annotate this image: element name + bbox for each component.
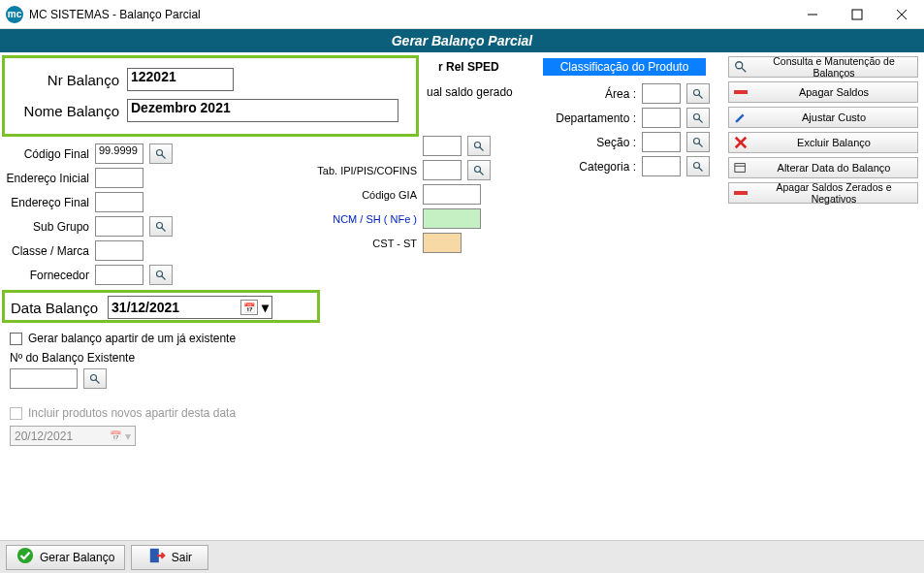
ncm-label: NCM / SH ( NFe ) — [301, 213, 417, 225]
data-incluir-input: 20/12/2021 📅 ▾ — [10, 426, 136, 446]
depto-input[interactable] — [642, 108, 681, 128]
page-header: Gerar Balanço Parcial — [0, 29, 924, 52]
area-input[interactable] — [642, 83, 681, 104]
dropdown-icon[interactable]: ▾ — [262, 300, 269, 315]
consulta-button[interactable]: Consulta e Manutenção de Balanços — [728, 56, 918, 78]
tabipi-lookup[interactable] — [467, 160, 491, 180]
svg-line-9 — [162, 275, 166, 279]
nr-balanco-input[interactable]: 122021 — [127, 68, 234, 91]
categoria-lookup[interactable] — [686, 156, 710, 176]
area-lookup[interactable] — [686, 83, 710, 104]
svg-line-23 — [96, 379, 100, 383]
sair-label: Sair — [172, 551, 192, 564]
svg-line-7 — [162, 227, 166, 231]
codigo-final-lookup[interactable] — [149, 143, 173, 164]
delete-x-icon — [733, 135, 749, 150]
zerados-label: Apagar Saldos Zerados e Negativos — [754, 181, 913, 205]
calendar-edit-icon — [733, 160, 749, 175]
svg-line-17 — [699, 118, 703, 122]
categoria-label: Categoria : — [543, 160, 636, 174]
tabipi-input[interactable] — [423, 160, 462, 180]
cst-input[interactable] — [423, 233, 462, 253]
fornecedor-input[interactable] — [95, 265, 143, 285]
ajustar-label: Ajustar Custo — [754, 111, 913, 123]
svg-rect-31 — [734, 191, 748, 195]
categoria-input[interactable] — [642, 156, 681, 176]
fornecedor-lookup[interactable] — [149, 265, 173, 285]
svg-point-32 — [17, 548, 33, 563]
window-title: MC SISTEMAS - Balanço Parcial — [29, 8, 790, 21]
gia-input[interactable] — [423, 184, 481, 205]
end-ini-input[interactable] — [95, 168, 143, 188]
bottom-bar: Gerar Balanço Sair — [0, 540, 924, 573]
form-area: r Rel SPED ual saldo gerado Nr Balanço 1… — [0, 52, 722, 540]
check-icon — [16, 547, 34, 567]
data-balanco-label: Data Balanço — [11, 300, 98, 316]
search-icon — [733, 59, 749, 75]
consulta-label: Consulta e Manutenção de Balanços — [754, 55, 913, 79]
data-balanco-input[interactable]: 31/12/2021 📅 ▾ — [108, 296, 272, 319]
chk-existente-label: Gerar balanço apartir de um já existente — [28, 332, 236, 345]
excluir-balanco-button[interactable]: Excluir Balanço — [728, 132, 918, 153]
minus-icon — [733, 84, 749, 100]
nr-existente-input[interactable] — [10, 368, 78, 389]
gia-label: Código GIA — [301, 189, 417, 201]
ajustar-custo-button[interactable]: Ajustar Custo — [728, 107, 918, 128]
end-fim-input[interactable] — [95, 192, 143, 212]
close-button[interactable] — [879, 0, 924, 28]
titlebar: mc MC SISTEMAS - Balanço Parcial — [0, 0, 924, 29]
calendar-icon[interactable]: 📅 — [240, 300, 258, 315]
maximize-button[interactable] — [835, 0, 879, 28]
mid-blank-lookup[interactable] — [467, 136, 491, 156]
svg-point-16 — [694, 113, 700, 119]
mid-blank-input[interactable] — [423, 136, 462, 156]
secao-input[interactable] — [642, 132, 681, 152]
svg-line-25 — [742, 68, 746, 72]
end-fim-label: Endereço Final — [6, 196, 89, 209]
classe-input[interactable] — [95, 240, 143, 261]
svg-line-15 — [699, 94, 703, 98]
excluir-label: Excluir Balanço — [754, 137, 913, 148]
nr-existente-lookup[interactable] — [83, 368, 107, 389]
svg-rect-26 — [734, 90, 748, 94]
apagar-zerados-button[interactable]: Apagar Saldos Zerados e Negativos — [728, 182, 918, 204]
svg-point-22 — [91, 374, 97, 380]
nr-existente-label: Nº do Balanço Existente — [10, 351, 236, 365]
nr-balanco-label: Nr Balanço — [13, 72, 119, 88]
gerar-label: Gerar Balanço — [40, 551, 114, 564]
tabipi-label: Tab. IPI/PIS/COFINS — [301, 165, 417, 176]
minimize-button[interactable] — [790, 0, 835, 28]
codigo-final-input[interactable]: 99.9999 — [95, 143, 143, 164]
svg-point-6 — [157, 222, 163, 228]
nome-balanco-label: Nome Balanço — [13, 103, 119, 119]
svg-point-20 — [694, 162, 700, 168]
cst-label: CST - ST — [301, 238, 417, 249]
minus-icon — [733, 185, 749, 201]
subgrupo-label: Sub Grupo — [6, 220, 89, 234]
subgrupo-input[interactable] — [95, 216, 143, 237]
depto-lookup[interactable] — [686, 108, 710, 128]
app-icon: mc — [6, 6, 23, 23]
chk-incluir-label: Incluir produtos novos apartir desta dat… — [28, 406, 236, 420]
ncm-input[interactable] — [423, 208, 481, 229]
gerar-balanco-button[interactable]: Gerar Balanço — [6, 545, 125, 570]
classe-label: Classe / Marca — [6, 244, 89, 258]
svg-rect-1 — [852, 10, 862, 19]
alterar-data-button[interactable]: Alterar Data do Balanço — [728, 157, 918, 178]
svg-point-12 — [475, 166, 481, 172]
apagar-saldos-button[interactable]: Apagar Saldos — [728, 81, 918, 103]
end-ini-label: Endereço Inicial — [6, 172, 89, 185]
secao-label: Seção : — [543, 136, 636, 149]
svg-line-5 — [162, 154, 166, 158]
subgrupo-lookup[interactable] — [149, 216, 173, 237]
fornecedor-label: Fornecedor — [6, 269, 89, 282]
svg-point-18 — [694, 138, 700, 143]
chk-incluir — [10, 407, 22, 420]
area-label: Área : — [543, 87, 636, 101]
svg-line-21 — [699, 167, 703, 171]
secao-lookup[interactable] — [686, 132, 710, 152]
depto-label: Departamento : — [543, 111, 636, 125]
dropdown-icon-disabled: ▾ — [125, 430, 131, 443]
chk-existente[interactable] — [10, 333, 22, 345]
sair-button[interactable]: Sair — [131, 545, 208, 570]
